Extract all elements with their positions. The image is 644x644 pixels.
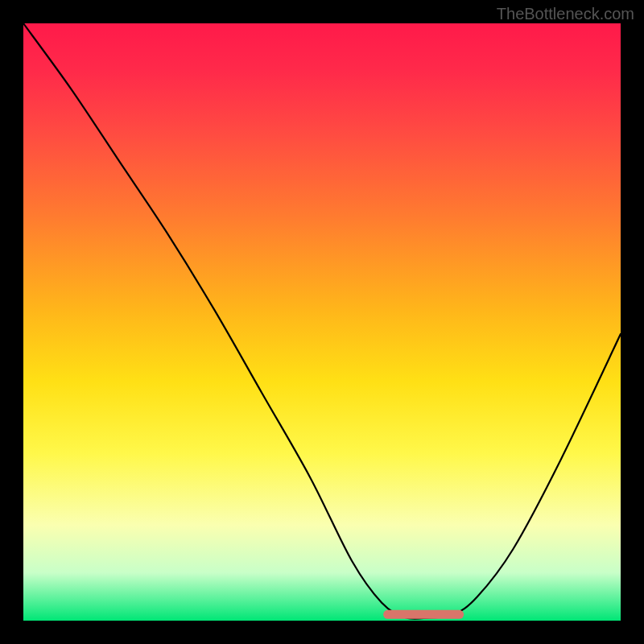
chart-plot-area bbox=[23, 23, 621, 621]
bottleneck-curve-path bbox=[23, 23, 621, 619]
chart-svg bbox=[23, 23, 621, 621]
watermark-text: TheBottleneck.com bbox=[497, 5, 634, 23]
